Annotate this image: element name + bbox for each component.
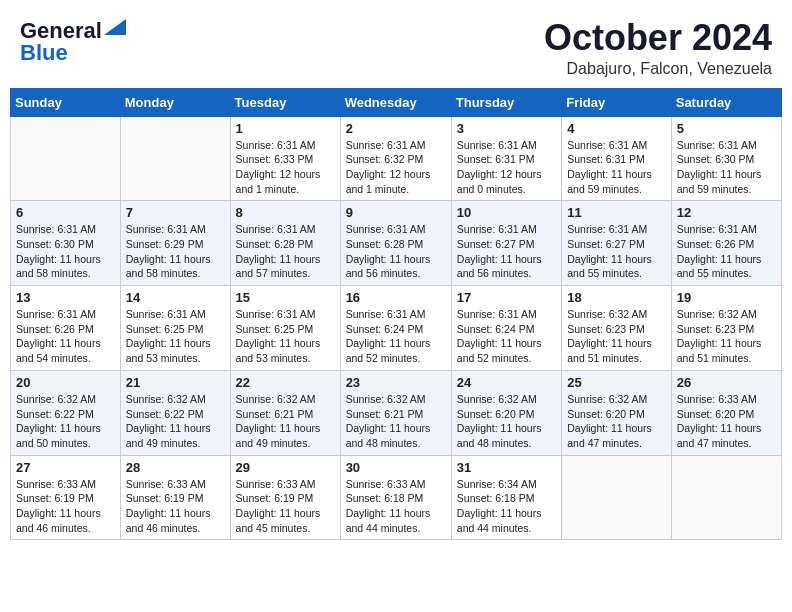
calendar-day-29: 29Sunrise: 6:33 AM Sunset: 6:19 PM Dayli… — [230, 455, 340, 540]
weekday-header-sunday: Sunday — [11, 88, 121, 116]
calendar-day-21: 21Sunrise: 6:32 AM Sunset: 6:22 PM Dayli… — [120, 370, 230, 455]
logo-icon — [104, 19, 126, 35]
day-info: Sunrise: 6:34 AM Sunset: 6:18 PM Dayligh… — [457, 477, 556, 536]
calendar-day-14: 14Sunrise: 6:31 AM Sunset: 6:25 PM Dayli… — [120, 286, 230, 371]
calendar-day-8: 8Sunrise: 6:31 AM Sunset: 6:28 PM Daylig… — [230, 201, 340, 286]
calendar-day-18: 18Sunrise: 6:32 AM Sunset: 6:23 PM Dayli… — [562, 286, 672, 371]
day-number: 26 — [677, 375, 776, 390]
calendar-week-1: 1Sunrise: 6:31 AM Sunset: 6:33 PM Daylig… — [11, 116, 782, 201]
calendar-empty-cell — [562, 455, 672, 540]
calendar-day-15: 15Sunrise: 6:31 AM Sunset: 6:25 PM Dayli… — [230, 286, 340, 371]
weekday-header-monday: Monday — [120, 88, 230, 116]
weekday-header-wednesday: Wednesday — [340, 88, 451, 116]
day-number: 5 — [677, 121, 776, 136]
day-number: 30 — [346, 460, 446, 475]
day-info: Sunrise: 6:33 AM Sunset: 6:19 PM Dayligh… — [16, 477, 115, 536]
day-info: Sunrise: 6:31 AM Sunset: 6:32 PM Dayligh… — [346, 138, 446, 197]
day-number: 9 — [346, 205, 446, 220]
location-text: Dabajuro, Falcon, Venezuela — [544, 60, 772, 78]
day-number: 8 — [236, 205, 335, 220]
day-info: Sunrise: 6:31 AM Sunset: 6:26 PM Dayligh… — [677, 222, 776, 281]
day-info: Sunrise: 6:33 AM Sunset: 6:19 PM Dayligh… — [126, 477, 225, 536]
calendar-week-2: 6Sunrise: 6:31 AM Sunset: 6:30 PM Daylig… — [11, 201, 782, 286]
calendar-day-16: 16Sunrise: 6:31 AM Sunset: 6:24 PM Dayli… — [340, 286, 451, 371]
calendar-day-31: 31Sunrise: 6:34 AM Sunset: 6:18 PM Dayli… — [451, 455, 561, 540]
day-number: 1 — [236, 121, 335, 136]
calendar-day-10: 10Sunrise: 6:31 AM Sunset: 6:27 PM Dayli… — [451, 201, 561, 286]
day-number: 7 — [126, 205, 225, 220]
day-number: 14 — [126, 290, 225, 305]
day-info: Sunrise: 6:31 AM Sunset: 6:25 PM Dayligh… — [126, 307, 225, 366]
calendar-day-6: 6Sunrise: 6:31 AM Sunset: 6:30 PM Daylig… — [11, 201, 121, 286]
day-number: 16 — [346, 290, 446, 305]
calendar-day-24: 24Sunrise: 6:32 AM Sunset: 6:20 PM Dayli… — [451, 370, 561, 455]
day-number: 3 — [457, 121, 556, 136]
day-number: 12 — [677, 205, 776, 220]
calendar-day-1: 1Sunrise: 6:31 AM Sunset: 6:33 PM Daylig… — [230, 116, 340, 201]
day-info: Sunrise: 6:31 AM Sunset: 6:33 PM Dayligh… — [236, 138, 335, 197]
calendar-day-7: 7Sunrise: 6:31 AM Sunset: 6:29 PM Daylig… — [120, 201, 230, 286]
day-number: 21 — [126, 375, 225, 390]
logo: General Blue — [20, 18, 126, 66]
day-number: 11 — [567, 205, 666, 220]
calendar-day-25: 25Sunrise: 6:32 AM Sunset: 6:20 PM Dayli… — [562, 370, 672, 455]
weekday-header-tuesday: Tuesday — [230, 88, 340, 116]
calendar-day-2: 2Sunrise: 6:31 AM Sunset: 6:32 PM Daylig… — [340, 116, 451, 201]
svg-marker-0 — [104, 19, 126, 35]
calendar-day-26: 26Sunrise: 6:33 AM Sunset: 6:20 PM Dayli… — [671, 370, 781, 455]
day-number: 18 — [567, 290, 666, 305]
day-info: Sunrise: 6:33 AM Sunset: 6:18 PM Dayligh… — [346, 477, 446, 536]
day-number: 29 — [236, 460, 335, 475]
logo-blue: Blue — [20, 40, 68, 66]
day-info: Sunrise: 6:32 AM Sunset: 6:22 PM Dayligh… — [126, 392, 225, 451]
day-number: 13 — [16, 290, 115, 305]
calendar-week-5: 27Sunrise: 6:33 AM Sunset: 6:19 PM Dayli… — [11, 455, 782, 540]
calendar-day-12: 12Sunrise: 6:31 AM Sunset: 6:26 PM Dayli… — [671, 201, 781, 286]
day-info: Sunrise: 6:32 AM Sunset: 6:20 PM Dayligh… — [567, 392, 666, 451]
day-info: Sunrise: 6:32 AM Sunset: 6:20 PM Dayligh… — [457, 392, 556, 451]
calendar-day-3: 3Sunrise: 6:31 AM Sunset: 6:31 PM Daylig… — [451, 116, 561, 201]
day-info: Sunrise: 6:31 AM Sunset: 6:27 PM Dayligh… — [567, 222, 666, 281]
day-info: Sunrise: 6:31 AM Sunset: 6:25 PM Dayligh… — [236, 307, 335, 366]
day-number: 24 — [457, 375, 556, 390]
day-info: Sunrise: 6:31 AM Sunset: 6:24 PM Dayligh… — [457, 307, 556, 366]
calendar-empty-cell — [120, 116, 230, 201]
day-info: Sunrise: 6:31 AM Sunset: 6:31 PM Dayligh… — [457, 138, 556, 197]
day-number: 28 — [126, 460, 225, 475]
day-number: 27 — [16, 460, 115, 475]
day-info: Sunrise: 6:32 AM Sunset: 6:21 PM Dayligh… — [236, 392, 335, 451]
calendar-day-13: 13Sunrise: 6:31 AM Sunset: 6:26 PM Dayli… — [11, 286, 121, 371]
day-number: 31 — [457, 460, 556, 475]
day-info: Sunrise: 6:31 AM Sunset: 6:26 PM Dayligh… — [16, 307, 115, 366]
header: General Blue October 2024 Dabajuro, Falc… — [10, 10, 782, 78]
day-info: Sunrise: 6:32 AM Sunset: 6:23 PM Dayligh… — [677, 307, 776, 366]
day-number: 20 — [16, 375, 115, 390]
day-info: Sunrise: 6:31 AM Sunset: 6:28 PM Dayligh… — [346, 222, 446, 281]
calendar-day-23: 23Sunrise: 6:32 AM Sunset: 6:21 PM Dayli… — [340, 370, 451, 455]
day-number: 22 — [236, 375, 335, 390]
calendar-day-20: 20Sunrise: 6:32 AM Sunset: 6:22 PM Dayli… — [11, 370, 121, 455]
day-number: 2 — [346, 121, 446, 136]
day-info: Sunrise: 6:31 AM Sunset: 6:24 PM Dayligh… — [346, 307, 446, 366]
day-info: Sunrise: 6:31 AM Sunset: 6:28 PM Dayligh… — [236, 222, 335, 281]
weekday-header-friday: Friday — [562, 88, 672, 116]
calendar-empty-cell — [11, 116, 121, 201]
calendar-day-9: 9Sunrise: 6:31 AM Sunset: 6:28 PM Daylig… — [340, 201, 451, 286]
calendar-day-30: 30Sunrise: 6:33 AM Sunset: 6:18 PM Dayli… — [340, 455, 451, 540]
day-info: Sunrise: 6:33 AM Sunset: 6:20 PM Dayligh… — [677, 392, 776, 451]
day-number: 6 — [16, 205, 115, 220]
calendar-day-5: 5Sunrise: 6:31 AM Sunset: 6:30 PM Daylig… — [671, 116, 781, 201]
day-info: Sunrise: 6:31 AM Sunset: 6:31 PM Dayligh… — [567, 138, 666, 197]
day-info: Sunrise: 6:31 AM Sunset: 6:27 PM Dayligh… — [457, 222, 556, 281]
calendar-day-27: 27Sunrise: 6:33 AM Sunset: 6:19 PM Dayli… — [11, 455, 121, 540]
day-info: Sunrise: 6:32 AM Sunset: 6:21 PM Dayligh… — [346, 392, 446, 451]
calendar-empty-cell — [671, 455, 781, 540]
calendar-day-22: 22Sunrise: 6:32 AM Sunset: 6:21 PM Dayli… — [230, 370, 340, 455]
day-number: 10 — [457, 205, 556, 220]
title-area: October 2024 Dabajuro, Falcon, Venezuela — [544, 18, 772, 78]
day-info: Sunrise: 6:31 AM Sunset: 6:30 PM Dayligh… — [677, 138, 776, 197]
day-info: Sunrise: 6:31 AM Sunset: 6:29 PM Dayligh… — [126, 222, 225, 281]
calendar-week-3: 13Sunrise: 6:31 AM Sunset: 6:26 PM Dayli… — [11, 286, 782, 371]
weekday-header-thursday: Thursday — [451, 88, 561, 116]
calendar-week-4: 20Sunrise: 6:32 AM Sunset: 6:22 PM Dayli… — [11, 370, 782, 455]
